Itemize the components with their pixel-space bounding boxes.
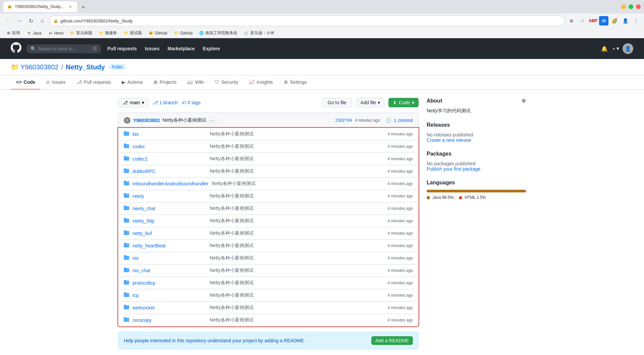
file-name[interactable]: bio bbox=[132, 131, 206, 137]
commit-author[interactable]: Y960303802 bbox=[133, 118, 160, 123]
publish-package-link[interactable]: Publish your first package bbox=[427, 166, 526, 172]
nav-marketplace[interactable]: Marketplace bbox=[166, 45, 196, 53]
add-readme-button[interactable]: Add a README bbox=[371, 336, 413, 345]
add-file-button[interactable]: Add file ▾ bbox=[356, 98, 384, 107]
repo-tabs: <> Code ⊙ Issues ⎇ Pull requests ▶ Actio… bbox=[0, 75, 644, 90]
close-tab-button[interactable]: × bbox=[68, 4, 73, 9]
tab-wiki[interactable]: 📖 Wiki bbox=[182, 75, 209, 90]
commit-more-button[interactable]: ··· bbox=[209, 117, 216, 123]
file-name[interactable]: zerocopy bbox=[132, 317, 206, 323]
table-row[interactable]: tcp Netty各种小案例测试 4 minutes ago bbox=[118, 289, 418, 302]
file-name[interactable]: neety_http bbox=[132, 218, 206, 224]
nav-explore[interactable]: Explore bbox=[201, 45, 221, 53]
menu-button[interactable]: ⋮ bbox=[631, 16, 641, 25]
tab-actions-label: Actions bbox=[127, 79, 143, 85]
table-row[interactable]: dubboRPC Netty各种小案例测试 4 minutes ago bbox=[118, 165, 418, 178]
plus-button[interactable]: ＋▾ bbox=[611, 45, 619, 52]
github-logo[interactable] bbox=[11, 42, 21, 55]
file-name[interactable]: neety_chat bbox=[132, 206, 206, 211]
tab-pull-requests[interactable]: ⎇ Pull requests bbox=[71, 75, 116, 90]
bookmark-algo[interactable]: 📁 算法刷题 bbox=[67, 29, 95, 37]
bookmark-github2[interactable]: 📁 GitHub bbox=[171, 30, 195, 36]
file-time: 4 minutes ago bbox=[388, 256, 413, 260]
repo-name-link[interactable]: Netty_Study bbox=[66, 63, 105, 71]
commits-count-link[interactable]: 1 commit bbox=[394, 118, 413, 123]
forward-button[interactable]: → bbox=[15, 16, 24, 25]
file-name[interactable]: nio bbox=[132, 255, 206, 261]
notifications-button[interactable]: 🔔 bbox=[601, 46, 608, 52]
star-button[interactable]: ☆ bbox=[578, 16, 587, 25]
extension2-button[interactable]: 🌈 bbox=[610, 16, 619, 25]
tab-insights[interactable]: 📈 Insights bbox=[244, 75, 278, 90]
profile-button[interactable]: 👤 bbox=[621, 16, 630, 25]
code-button[interactable]: ⬇ Code ▾ bbox=[388, 98, 419, 107]
file-name[interactable]: inboundhandlerAndoutboundhandler bbox=[132, 181, 209, 186]
active-tab[interactable]: 🐱 Y960303802/Netty_Study: Ne... × bbox=[3, 1, 77, 12]
github-search[interactable]: 🔍 Search or jump to... / bbox=[27, 45, 101, 53]
close-window-button[interactable] bbox=[636, 4, 641, 9]
tab-settings[interactable]: ⚙ Settings bbox=[278, 75, 313, 90]
table-row[interactable]: protocoltcp Netty各种小案例测试 4 minutes ago bbox=[118, 277, 418, 289]
bookmark-school[interactable]: 🌐 南昌工学院教务处 bbox=[197, 29, 240, 37]
tab-actions[interactable]: ▶ Actions bbox=[116, 75, 148, 90]
file-name[interactable]: tcp bbox=[132, 293, 206, 298]
refresh-button[interactable]: ↻ bbox=[26, 16, 36, 25]
go-to-file-button[interactable]: Go to file bbox=[322, 98, 352, 107]
table-row[interactable]: neety_chat Netty各种小案例测试 4 minutes ago bbox=[118, 202, 418, 215]
tab-code[interactable]: <> Code bbox=[11, 75, 41, 90]
table-row[interactable]: neety Netty各种小案例测试 4 minutes ago bbox=[118, 190, 418, 202]
table-row[interactable]: nio_chat Netty各种小案例测试 4 minutes ago bbox=[118, 264, 418, 277]
file-name[interactable]: codec2 bbox=[132, 156, 206, 162]
extension1-button[interactable]: JD bbox=[599, 16, 608, 25]
bookmark-micro[interactable]: 📁 微服务 bbox=[96, 29, 120, 37]
adblock-button[interactable]: ABP bbox=[588, 16, 598, 25]
bookmark-apps[interactable]: ⊞ 应用 bbox=[3, 29, 23, 37]
table-row[interactable]: websocket Netty各种小案例测试 4 minutes ago bbox=[118, 302, 418, 314]
file-name[interactable]: netty_buf bbox=[132, 231, 206, 236]
branch-selector[interactable]: ⎇ main ▾ bbox=[118, 98, 149, 107]
maximize-button[interactable] bbox=[629, 4, 633, 9]
bookmark-github-icon[interactable]: 🐱 GitHub bbox=[146, 30, 170, 36]
file-name[interactable]: protocoltcp bbox=[132, 280, 206, 286]
packages-title: Packages bbox=[427, 151, 526, 157]
table-row[interactable]: netty_buf Netty各种小案例测试 4 minutes ago bbox=[118, 227, 418, 240]
tab-issues[interactable]: ⊙ Issues bbox=[41, 75, 71, 90]
branches-link[interactable]: ⎇ 1 branch bbox=[153, 100, 178, 105]
translate-button[interactable]: ⊕ bbox=[567, 16, 576, 25]
table-row[interactable]: bio Netty各种小案例测试 4 minutes ago bbox=[118, 128, 418, 140]
tab-security[interactable]: 🛡 Security bbox=[209, 75, 244, 90]
create-release-link[interactable]: Create a new release bbox=[427, 137, 526, 143]
home-button[interactable]: ⌂ bbox=[38, 16, 47, 25]
table-row[interactable]: inboundhandlerAndoutboundhandler Netty各种… bbox=[118, 178, 418, 190]
commit-hash[interactable]: 3382f49 bbox=[335, 118, 352, 123]
file-name[interactable]: neety bbox=[132, 193, 206, 199]
bookmark-hexo[interactable]: H Hexo bbox=[45, 30, 66, 36]
table-row[interactable]: codec2 Netty各种小案例测试 4 minutes ago bbox=[118, 153, 418, 165]
file-name[interactable]: dubboRPC bbox=[132, 169, 206, 174]
bookmark-java[interactable]: ☕ Java bbox=[24, 30, 44, 36]
bookmark-amazon[interactable]: 🛒 亚马逊：小米 bbox=[241, 29, 277, 37]
tab-issues-label: Issues bbox=[52, 79, 65, 85]
nav-pulls[interactable]: Pull requests bbox=[106, 45, 138, 53]
address-bar[interactable]: 🔒 github.com/Y960303802/Netty_Study bbox=[49, 15, 565, 26]
table-row[interactable]: nio Netty各种小案例测试 4 minutes ago bbox=[118, 252, 418, 264]
repo-owner-link[interactable]: Y960303802 bbox=[20, 63, 58, 71]
new-tab-button[interactable]: + bbox=[78, 3, 88, 12]
github-bm-icon: 🐱 bbox=[149, 31, 153, 36]
user-avatar[interactable]: 👤 bbox=[623, 43, 633, 54]
file-name[interactable]: codec bbox=[132, 144, 206, 149]
file-name[interactable]: websocket bbox=[132, 305, 206, 310]
about-gear-icon[interactable]: ⚙ bbox=[522, 98, 526, 104]
file-name[interactable]: nio_chat bbox=[132, 268, 206, 273]
file-name[interactable]: netty_heartBeat bbox=[132, 243, 206, 248]
table-row[interactable]: netty_heartBeat Netty各种小案例测试 4 minutes a… bbox=[118, 240, 418, 252]
tab-projects[interactable]: ⊞ Projects bbox=[148, 75, 182, 90]
bookmark-interview[interactable]: 📁 面试题 bbox=[121, 29, 145, 37]
tags-link[interactable]: 🏷 0 tags bbox=[182, 100, 201, 105]
table-row[interactable]: codec Netty各种小案例测试 4 minutes ago bbox=[118, 140, 418, 153]
back-button[interactable]: ← bbox=[3, 16, 13, 25]
table-row[interactable]: zerocopy Netty各种小案例测试 4 minutes ago bbox=[118, 314, 418, 326]
table-row[interactable]: neety_http Netty各种小案例测试 4 minutes ago bbox=[118, 215, 418, 227]
nav-issues[interactable]: Issues bbox=[144, 45, 161, 53]
minimize-button[interactable] bbox=[621, 4, 626, 9]
